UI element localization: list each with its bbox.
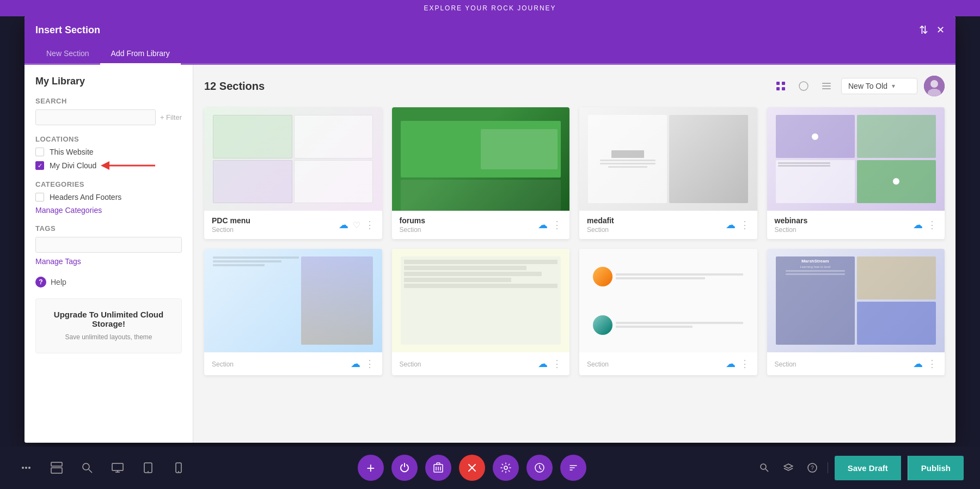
- card-footer-8: Section ☁ ⋮: [767, 352, 945, 375]
- cards-grid: PDC menu Section ☁ ♡ ⋮: [204, 107, 945, 375]
- card-webinars[interactable]: webinars Section ☁ ⋮: [767, 107, 945, 239]
- more-options-pdc[interactable]: ⋮: [365, 219, 375, 231]
- card-name-pdc: PDC menu: [212, 216, 250, 225]
- insert-section-modal: Insert Section ⇅ ✕ New Section Add From …: [24, 16, 955, 443]
- manage-categories-link[interactable]: Manage Categories: [35, 206, 182, 215]
- more-options-5[interactable]: ⋮: [365, 358, 375, 370]
- search-small-icon[interactable]: [756, 459, 773, 476]
- more-options-6[interactable]: ⋮: [552, 358, 562, 370]
- my-divi-cloud-label: My Divi Cloud: [50, 161, 96, 170]
- history-button[interactable]: [526, 455, 553, 481]
- card-pdc-menu[interactable]: PDC menu Section ☁ ♡ ⋮: [204, 107, 382, 239]
- heart-icon-pdc[interactable]: ♡: [353, 220, 360, 230]
- user-avatar[interactable]: [924, 76, 945, 96]
- circle-filter-icon: [799, 81, 808, 91]
- divider: [828, 462, 828, 473]
- headers-footers-checkbox[interactable]: [35, 193, 44, 201]
- my-divi-cloud-checkbox[interactable]: [35, 161, 44, 170]
- sort-arrow-icon: ▾: [892, 82, 895, 90]
- svg-point-22: [148, 471, 149, 472]
- help-row[interactable]: ? Help: [35, 277, 182, 288]
- card-medafit[interactable]: medafit Section ☁ ⋮: [579, 107, 757, 239]
- mobile-icon[interactable]: [169, 458, 188, 478]
- layers-icon[interactable]: [780, 459, 797, 476]
- search-icon[interactable]: [77, 458, 97, 478]
- card-6[interactable]: Section ☁ ⋮: [392, 249, 570, 375]
- settings-button[interactable]: [493, 455, 519, 481]
- more-options-icon[interactable]: [16, 458, 36, 478]
- search-row: + Filter: [35, 109, 182, 125]
- tab-new-section[interactable]: New Section: [35, 44, 100, 65]
- manage-tags-link[interactable]: Manage Tags: [35, 257, 182, 266]
- card-type-8: Section: [775, 360, 797, 368]
- settings-icon[interactable]: ⇅: [919, 23, 928, 36]
- publish-button[interactable]: Publish: [908, 456, 964, 480]
- locations-section: Locations This Website My Divi Cloud: [35, 135, 182, 170]
- svg-rect-15: [51, 468, 62, 473]
- svg-rect-0: [776, 82, 780, 85]
- card-forums[interactable]: forums Section ☁ ⋮: [392, 107, 570, 239]
- top-bar: EXPLORE YOUR ROCK JOURNEY: [0, 0, 980, 16]
- sidebar-title: My Library: [35, 76, 182, 87]
- help-small-icon[interactable]: ?: [804, 459, 821, 476]
- svg-rect-7: [822, 88, 831, 89]
- sort-dropdown[interactable]: New To Old ▾: [841, 78, 917, 94]
- svg-point-9: [930, 80, 938, 88]
- more-options-8[interactable]: ⋮: [927, 358, 937, 370]
- modal-tabs: New Section Add From Library: [24, 44, 955, 65]
- svg-rect-14: [51, 462, 62, 466]
- card-thumb-8: MarshStream Learning how to land: [767, 249, 945, 352]
- card-8[interactable]: MarshStream Learning how to land: [767, 249, 945, 375]
- card-5[interactable]: Section ☁ ⋮: [204, 249, 382, 375]
- locations-label: Locations: [35, 135, 182, 143]
- grid-view-icon: [776, 81, 786, 91]
- power-button[interactable]: [391, 455, 418, 481]
- top-bar-text: EXPLORE YOUR ROCK JOURNEY: [424, 4, 556, 12]
- location-this-website[interactable]: This Website: [35, 148, 182, 156]
- grid-view-button[interactable]: [773, 78, 789, 94]
- svg-point-16: [83, 463, 89, 470]
- cloud-icon-7: ☁: [726, 358, 736, 370]
- list-view-icon: [822, 81, 831, 91]
- cloud-icon-8: ☁: [913, 358, 923, 370]
- card-footer-pdc: PDC menu Section ☁ ♡ ⋮: [204, 211, 382, 239]
- category-headers-footers[interactable]: Headers And Footers: [35, 193, 182, 201]
- card-name-medafit: medafit: [587, 216, 614, 225]
- close-button[interactable]: [459, 455, 485, 481]
- card-type-pdc: Section: [212, 226, 250, 234]
- sort-button[interactable]: [560, 455, 586, 481]
- svg-text:?: ?: [811, 465, 814, 471]
- card-thumb-medafit: [579, 107, 757, 211]
- sections-icon[interactable]: [47, 458, 66, 478]
- help-icon: ?: [35, 277, 46, 288]
- modal-header: Insert Section ⇅ ✕: [24, 16, 955, 44]
- search-input[interactable]: [35, 109, 156, 125]
- this-website-checkbox[interactable]: [35, 148, 44, 156]
- svg-rect-6: [822, 85, 831, 87]
- cloud-icon-forums: ☁: [538, 219, 548, 231]
- card-type-6: Section: [400, 360, 421, 368]
- more-options-forums[interactable]: ⋮: [552, 219, 562, 231]
- pdc-thumb-content: [213, 115, 373, 203]
- delete-button[interactable]: [425, 455, 451, 481]
- desktop-icon[interactable]: [108, 458, 127, 478]
- filter-button[interactable]: + Filter: [160, 113, 182, 121]
- tab-add-from-library[interactable]: Add From Library: [100, 44, 181, 65]
- tablet-icon[interactable]: [138, 458, 158, 478]
- close-icon[interactable]: ✕: [936, 24, 945, 36]
- categories-section: Categories Headers And Footers Manage Ca…: [35, 180, 182, 215]
- list-view-button[interactable]: [818, 78, 835, 94]
- more-options-7[interactable]: ⋮: [740, 358, 750, 370]
- add-button[interactable]: +: [358, 455, 384, 481]
- cloud-icon-6: ☁: [538, 358, 548, 370]
- tags-input[interactable]: [35, 237, 182, 253]
- save-draft-button[interactable]: Save Draft: [835, 456, 901, 480]
- more-options-webinars[interactable]: ⋮: [927, 219, 937, 231]
- card-footer-medafit: medafit Section ☁ ⋮: [579, 211, 757, 239]
- upgrade-title: Upgrade To Unlimited Cloud Storage!: [47, 310, 170, 328]
- location-my-divi-cloud[interactable]: My Divi Cloud: [35, 161, 182, 170]
- svg-point-34: [504, 466, 507, 469]
- card-7[interactable]: Section ☁ ⋮: [579, 249, 757, 375]
- more-options-medafit[interactable]: ⋮: [740, 219, 750, 231]
- circle-filter-button[interactable]: [795, 78, 812, 94]
